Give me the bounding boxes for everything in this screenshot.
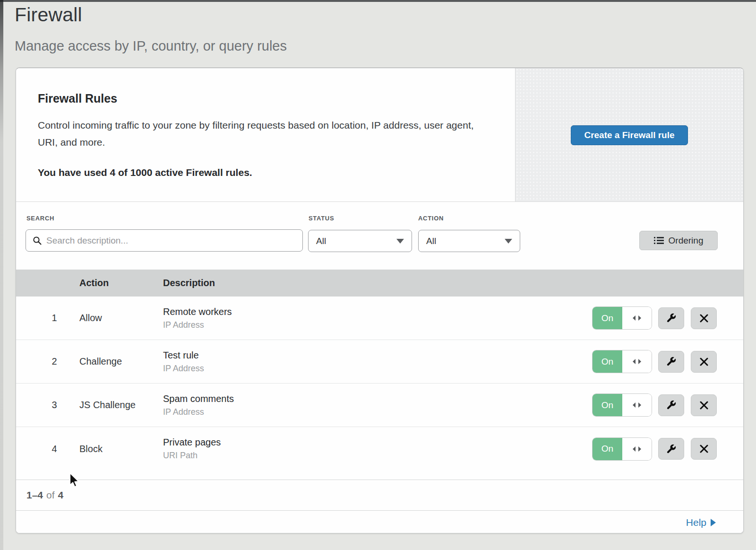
wrench-icon: [666, 313, 677, 323]
rule-priority: 2: [16, 356, 79, 367]
left-right-arrows-icon: [632, 446, 642, 452]
action-column-header: Action: [79, 278, 163, 288]
wrench-icon: [666, 356, 677, 367]
intro-text-panel: Firewall Rules Control incoming traffic …: [16, 68, 515, 201]
edit-rule-button[interactable]: [658, 438, 684, 460]
search-label: SEARCH: [26, 215, 54, 222]
description-column-header: Description: [163, 278, 743, 288]
chevron-down-icon: [505, 239, 512, 244]
rule-controls: On: [593, 350, 717, 373]
left-right-arrows-icon: [632, 315, 642, 321]
rule-match-type: IP Address: [163, 320, 593, 330]
help-link[interactable]: Help: [686, 517, 716, 528]
table-row: 3 JS Challenge Spam comments IP Address …: [16, 384, 743, 427]
create-rule-panel: Create a Firewall rule: [515, 68, 743, 201]
toggle-on-segment[interactable]: On: [593, 350, 622, 373]
card-heading: Firewall Rules: [38, 92, 487, 105]
rule-action: JS Challenge: [79, 400, 163, 410]
arrow-right-icon: [711, 519, 716, 526]
status-label: STATUS: [309, 215, 334, 222]
toggle-drag-handle[interactable]: [622, 438, 652, 460]
rule-description: Private pages: [163, 437, 593, 448]
rule-enabled-toggle[interactable]: On: [593, 350, 652, 373]
page-header: Firewall Manage access by IP, country, o…: [15, 4, 287, 54]
ordering-button-label: Ordering: [669, 236, 704, 246]
ordering-button[interactable]: Ordering: [639, 231, 718, 250]
delete-rule-button[interactable]: [691, 438, 717, 460]
toggle-on-segment[interactable]: On: [593, 307, 622, 329]
search-box[interactable]: [26, 229, 303, 252]
left-right-arrows-icon: [632, 358, 642, 365]
ordered-list-icon: [654, 236, 664, 244]
edit-rule-button[interactable]: [658, 394, 684, 416]
table-row: 4 Block Private pages URI Path On: [16, 427, 743, 480]
create-firewall-rule-button[interactable]: Create a Firewall rule: [571, 125, 688, 145]
rule-action: Challenge: [79, 356, 163, 367]
rule-priority: 4: [16, 444, 79, 454]
close-icon: [700, 445, 708, 453]
action-selected-value: All: [426, 236, 436, 246]
firewall-rules-card: Firewall Rules Control incoming traffic …: [16, 68, 744, 533]
toggle-on-segment[interactable]: On: [593, 394, 622, 416]
rule-description: Test rule: [163, 350, 593, 361]
table-row: 2 Challenge Test rule IP Address On: [16, 340, 743, 384]
table-row: 1 Allow Remote workers IP Address On: [16, 297, 743, 340]
rule-priority: 3: [16, 400, 79, 410]
rule-enabled-toggle[interactable]: On: [593, 307, 652, 329]
rule-controls: On: [593, 394, 717, 416]
search-input[interactable]: [46, 236, 296, 246]
toggle-drag-handle[interactable]: [622, 394, 652, 416]
delete-rule-button[interactable]: [691, 307, 717, 329]
rule-description-cell: Spam comments IP Address: [163, 393, 593, 417]
pagination-total: 4: [58, 489, 64, 501]
intro-section: Firewall Rules Control incoming traffic …: [16, 68, 743, 201]
window-top-edge: [0, 0, 756, 2]
toggle-on-segment[interactable]: On: [593, 438, 622, 460]
action-label: ACTION: [418, 215, 444, 222]
delete-rule-button[interactable]: [691, 351, 717, 373]
pagination-range: 1–4: [26, 489, 43, 501]
rule-action: Block: [79, 444, 163, 454]
delete-rule-button[interactable]: [691, 394, 717, 416]
toggle-drag-handle[interactable]: [622, 350, 652, 373]
rule-enabled-toggle[interactable]: On: [593, 394, 652, 416]
rule-description-cell: Remote workers IP Address: [163, 306, 593, 330]
pagination-of-label: of: [46, 489, 55, 501]
close-icon: [700, 314, 708, 323]
search-icon: [33, 236, 42, 245]
rule-description-cell: Private pages URI Path: [163, 437, 593, 461]
page-subtitle: Manage access by IP, country, or query r…: [15, 38, 287, 54]
close-icon: [700, 401, 708, 410]
rule-enabled-toggle[interactable]: On: [593, 438, 652, 460]
table-header: Action Description: [16, 270, 743, 297]
pagination-bar: 1–4 of 4: [16, 480, 743, 510]
usage-note: You have used 4 of 1000 active Firewall …: [38, 167, 487, 178]
filter-bar: SEARCH STATUS All ACTION All Ordering: [16, 201, 743, 270]
rule-match-type: IP Address: [163, 364, 593, 374]
wrench-icon: [666, 444, 677, 454]
edit-rule-button[interactable]: [658, 307, 684, 329]
rule-description-cell: Test rule IP Address: [163, 350, 593, 374]
wrench-icon: [666, 400, 677, 410]
window-left-edge: [0, 0, 3, 550]
rule-description: Spam comments: [163, 393, 593, 404]
rule-controls: On: [593, 307, 717, 329]
close-icon: [700, 358, 708, 366]
rule-match-type: URI Path: [163, 451, 593, 461]
help-link-label: Help: [686, 517, 706, 528]
status-selected-value: All: [316, 236, 326, 246]
page-title: Firewall: [15, 4, 287, 26]
card-description: Control incoming traffic to your zone by…: [38, 117, 484, 151]
rule-action: Allow: [79, 313, 163, 323]
status-select[interactable]: All: [308, 230, 412, 252]
edit-rule-button[interactable]: [658, 351, 684, 373]
rule-priority: 1: [16, 313, 79, 323]
footer-bar: Help: [16, 510, 743, 533]
rule-controls: On: [593, 438, 717, 460]
left-right-arrows-icon: [632, 402, 642, 408]
toggle-drag-handle[interactable]: [622, 307, 652, 329]
rule-description: Remote workers: [163, 306, 593, 317]
action-select[interactable]: All: [418, 230, 520, 252]
rule-match-type: IP Address: [163, 407, 593, 417]
chevron-down-icon: [396, 239, 404, 244]
